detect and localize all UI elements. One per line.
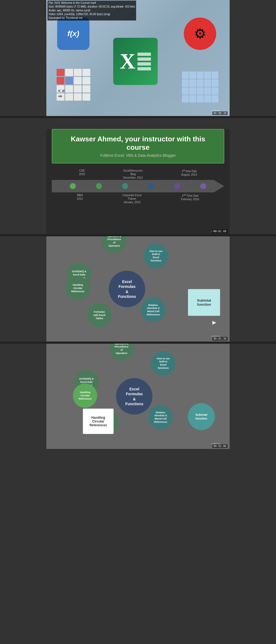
sat-circular3: HandlingCircularReferences: [66, 276, 90, 301]
instructor-banner: Kawser Ahmed, your instructor with this …: [52, 129, 224, 163]
timestamp1: 00:00:30: [212, 111, 227, 115]
table-small-icon: < ≠ ⇒: [57, 69, 90, 101]
center-circle3: ExcelFormulas&Functions: [109, 271, 145, 307]
instructor-subtitle: Fulltime Excel, VBA & Data Analytics Blo…: [60, 153, 216, 158]
sat-circular4: HandlingCircularReferences: [73, 384, 97, 408]
timeline-top-labels: CSE2010 ExcelDemy.comBlogDecember, 2012 …: [52, 169, 224, 180]
dot-4: [148, 183, 154, 189]
frame4-diagram: ExcelFormulas&Functions Operators &Prece…: [46, 344, 230, 449]
diagram4-center: ExcelFormulas&Functions Operators &Prece…: [116, 378, 153, 415]
subtotal-highlight3: Subtotalfunction: [188, 289, 220, 316]
fx-icon: f(x): [57, 18, 89, 50]
dot-3: [122, 183, 128, 189]
separator3: [0, 342, 276, 344]
sat-builtin3: How to usebuilt-inExcelfunctions: [144, 244, 168, 268]
dot-1: [70, 183, 76, 189]
sat-tables3: Formulaswith ExcelTables: [87, 303, 112, 328]
dot-6: [200, 183, 206, 189]
sat-builtin4: How to usebuilt-inExcelfunctions: [151, 351, 175, 376]
frame3-diagram: ExcelFormulas&Functions Operators &Prece…: [46, 236, 230, 342]
frame1-thumbnail: File: 0101 Welcome to the Course!.mp4 Si…: [46, 0, 230, 116]
diagram3-center: ExcelFormulas&Functions Operators &Prece…: [109, 271, 145, 307]
table-large-icon: [182, 71, 218, 103]
dot-2: [96, 183, 102, 189]
timestamp3: 00:01:36: [212, 337, 227, 340]
timeline: CSE2010 ExcelDemy.comBlogDecember, 2012 …: [52, 169, 224, 204]
sat-relative4: Relative,Absolute &Mixed CellReferences: [149, 405, 173, 430]
center-circle4: ExcelFormulas&Functions: [116, 378, 153, 415]
sat-relative3: Relative,Absolute &Mixed CellReferences: [141, 298, 165, 322]
timestamp2: 00:01:00: [212, 230, 227, 233]
cursor3: ▶: [212, 319, 216, 325]
separator2: [0, 234, 276, 236]
timeline-bottom-labels: MBA2012 Corporate ExcelTrainerJanuary, 2…: [52, 192, 224, 204]
sat-operators3: Operators &PrecedenceofOperators: [102, 236, 126, 253]
timestamp4: 00:02:06: [212, 444, 227, 448]
separator1: [0, 116, 276, 118]
instructor-name: Kawser Ahmed, your instructor with this …: [60, 135, 216, 152]
excel-icon: X: [113, 38, 158, 85]
chip-icon: ⚙: [184, 18, 216, 50]
video-metadata: File: 0101 Welcome to the Course!.mp4 Si…: [47, 1, 136, 21]
timeline-arrow: [52, 180, 224, 192]
subtotal4: Subtotalfunction: [188, 403, 215, 430]
dot-5: [174, 183, 180, 189]
sat-operators4: Operators &PrecedenceofOperators: [109, 344, 134, 361]
frame2-instructor: Kawser Ahmed, your instructor with this …: [46, 129, 230, 234]
circular-highlight4: HandlingCircularReferences: [83, 408, 114, 434]
